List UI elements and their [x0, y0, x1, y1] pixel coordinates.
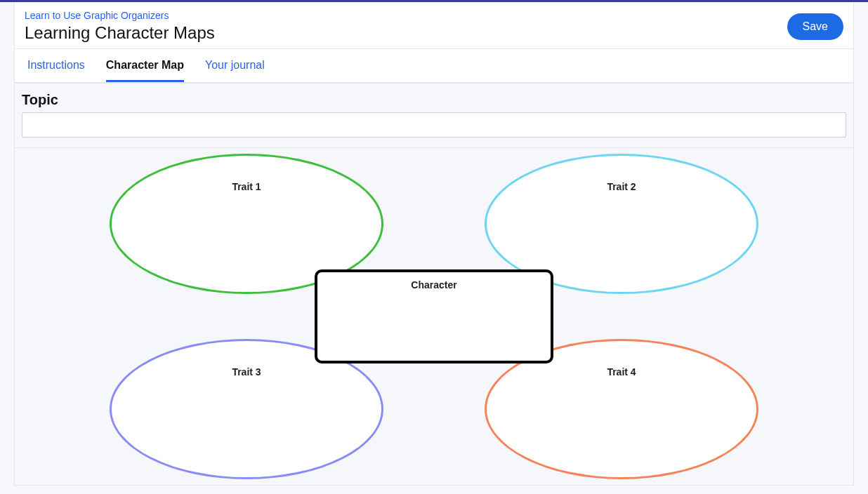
tab-journal[interactable]: Your journal — [205, 49, 265, 82]
topic-input[interactable] — [22, 112, 846, 138]
header-left: Learn to Use Graphic Organizers Learning… — [25, 9, 215, 43]
tab-character-map[interactable]: Character Map — [106, 49, 184, 82]
tabs: Instructions Character Map Your journal — [15, 49, 853, 83]
topic-label: Topic — [22, 92, 846, 108]
save-button[interactable]: Save — [787, 13, 843, 40]
topic-section: Topic — [15, 84, 853, 148]
page-root: Learn to Use Graphic Organizers Learning… — [0, 0, 868, 494]
page-title: Learning Character Maps — [25, 23, 215, 43]
header: Learn to Use Graphic Organizers Learning… — [15, 2, 853, 49]
breadcrumb-link[interactable]: Learn to Use Graphic Organizers — [25, 10, 169, 21]
character-center-box[interactable]: Character — [315, 269, 553, 363]
header-card: Learn to Use Graphic Organizers Learning… — [14, 2, 854, 84]
tab-instructions[interactable]: Instructions — [27, 49, 85, 82]
workspace: Topic Trait 1 Trait 2 Trait 3 Trait 4 Ch… — [14, 84, 854, 486]
character-map-canvas: Trait 1 Trait 2 Trait 3 Trait 4 Characte… — [15, 148, 853, 485]
